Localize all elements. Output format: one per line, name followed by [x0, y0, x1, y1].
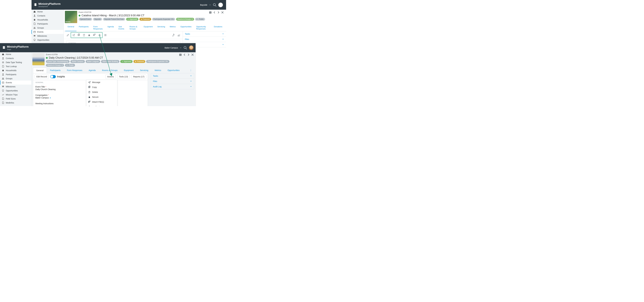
tab-agenda[interactable]: Agenda: [105, 24, 116, 31]
tab-metrics[interactable]: Metrics: [168, 24, 178, 31]
secure-icon[interactable]: [86, 32, 92, 38]
message-icon[interactable]: [71, 32, 76, 38]
gear-icon: [2, 61, 4, 64]
action-attach-file-s-[interactable]: Attach File(s): [86, 100, 117, 104]
tab-servicing[interactable]: Servicing: [137, 68, 152, 73]
sidebar-item-milestones[interactable]: Milestones: [0, 85, 31, 89]
action-notification[interactable]: Notification: [86, 104, 117, 106]
sidebar-item-participants[interactable]: Participants: [0, 72, 31, 77]
sidebar-item-groups[interactable]: Groups: [0, 77, 31, 81]
actions-button[interactable]: Actions: [106, 74, 116, 79]
panel-label: Audit Log: [153, 85, 162, 88]
avatar[interactable]: [189, 45, 194, 50]
prev-record-icon[interactable]: [183, 53, 186, 56]
sidebar-item-contacts[interactable]: Contacts: [0, 56, 31, 60]
calendar-icon[interactable]: [179, 53, 182, 56]
tab-opportunities[interactable]: Opportunities: [178, 24, 194, 31]
tab-agenda[interactable]: Agenda: [86, 68, 99, 73]
tab-equipment[interactable]: Equipment: [121, 68, 137, 73]
chevron-down-icon[interactable]: [180, 47, 182, 49]
tab-general[interactable]: General: [33, 68, 47, 73]
close-icon[interactable]: [191, 53, 194, 56]
tools-button[interactable]: Tools (13): [117, 74, 130, 79]
action-label: Message: [92, 81, 100, 83]
chevron-down-icon[interactable]: [209, 4, 211, 6]
sidebar-item-events[interactable]: Events: [32, 30, 64, 34]
tab-rooms-&-groups[interactable]: Rooms & Groups: [127, 24, 142, 31]
sidebar-item-label: MedInfos: [6, 102, 14, 104]
action-secure[interactable]: Secure: [86, 95, 117, 100]
sidebar-item-groups[interactable]: Groups: [32, 26, 64, 30]
close-icon[interactable]: [221, 11, 224, 14]
reports-button[interactable]: Reports (17): [131, 74, 146, 79]
tab-form-responses[interactable]: Form Responses: [91, 24, 105, 31]
sidebar-item-milestones[interactable]: Milestones: [32, 34, 64, 38]
chevron-down-icon: [190, 80, 192, 82]
tab-sub-events[interactable]: Sub Events: [116, 24, 127, 31]
campus-selector[interactable]: Baker Campus: [164, 47, 178, 49]
sidebar-item-field-sizes[interactable]: Field Sizes: [0, 97, 31, 101]
tab-equipment[interactable]: Equipment: [142, 24, 155, 31]
avatar[interactable]: [218, 2, 223, 7]
sidebar-item-events[interactable]: Events: [0, 81, 31, 85]
reports-icon[interactable]: [176, 32, 181, 38]
next-record-icon[interactable]: [187, 53, 190, 56]
next-record-icon[interactable]: [217, 11, 220, 14]
prev-record-icon[interactable]: [213, 11, 216, 14]
sidebar-item-medinfos[interactable]: MedInfos: [0, 101, 31, 105]
link-icon[interactable]: [50, 97, 51, 98]
tools-icon[interactable]: [171, 32, 176, 38]
action-message[interactable]: Message: [86, 80, 117, 85]
tab-opportunities[interactable]: Opportunities: [164, 68, 183, 73]
panel-audit-log[interactable]: Audit Log: [151, 84, 194, 89]
attach-icon[interactable]: [92, 32, 97, 38]
menu-icon[interactable]: [103, 32, 108, 38]
tab-general[interactable]: General: [65, 24, 76, 31]
tab-participants[interactable]: Participants: [47, 68, 64, 73]
search-icon[interactable]: [184, 46, 187, 50]
insights-toggle[interactable]: Insights: [50, 75, 65, 78]
action-label: Attach File(s): [92, 101, 104, 103]
edit-record-button[interactable]: Edit Record: [34, 74, 49, 79]
notification-icon[interactable]: [97, 32, 102, 38]
tab-participants[interactable]: Participants: [76, 24, 91, 31]
sidebar-item-mission-trips[interactable]: Mission Trips: [0, 93, 31, 97]
sidebar-item-participants[interactable]: Participants: [32, 22, 64, 26]
action-copy[interactable]: Copy: [86, 85, 117, 90]
sidebar-item-contacts[interactable]: Contacts: [32, 14, 64, 18]
grad-icon: [2, 85, 4, 88]
panel-files[interactable]: Files: [151, 79, 194, 84]
tab-form-responses[interactable]: Form Responses: [64, 68, 86, 73]
status-dot: [79, 15, 80, 16]
sidebar-item-opportunities[interactable]: Opportunities: [0, 89, 31, 93]
sidebar-item-households[interactable]: Households: [0, 68, 31, 72]
sidebar-item-opportunities[interactable]: Opportunities: [32, 38, 64, 42]
edit-icon[interactable]: [65, 32, 70, 38]
sidebar-item-label: Contacts: [37, 14, 45, 17]
more-tabs-icon[interactable]: ⋮: [188, 68, 194, 73]
panel-tasks[interactable]: Tasks: [183, 31, 226, 37]
panel-tasks[interactable]: Tasks: [151, 73, 194, 79]
action-delete[interactable]: Delete: [86, 90, 117, 95]
tab-opportunity-responses[interactable]: Opportunity Responses: [194, 24, 212, 31]
sidebar-item-households[interactable]: Households: [32, 18, 64, 22]
logo[interactable]: MinistryPlatform Development: [34, 2, 60, 7]
logo[interactable]: MinistryPlatform Stage: [2, 45, 28, 50]
sidebar-item-home[interactable]: Home: [0, 52, 31, 56]
sidebar-item-data-type-testing[interactable]: Data Type Testing: [0, 60, 31, 64]
panel-label: Tasks: [185, 33, 190, 35]
tab-servicing[interactable]: Servicing: [155, 24, 167, 31]
sidebar-item-test-lookup[interactable]: Test Lookup: [0, 64, 31, 68]
calendar-icon[interactable]: [209, 11, 212, 14]
copy-icon[interactable]: [76, 32, 82, 38]
campus-selector[interactable]: Bayside: [200, 4, 207, 6]
search-icon[interactable]: [213, 3, 216, 7]
tab-metrics[interactable]: Metrics: [152, 68, 164, 73]
tab-donations[interactable]: Donations: [212, 24, 225, 31]
sidebar-item-group-files[interactable]: Group Files: [0, 105, 31, 106]
panel-files[interactable]: Files: [183, 37, 226, 42]
sidebar-item-home[interactable]: Home: [32, 10, 64, 14]
delete-icon[interactable]: [82, 32, 86, 38]
tab-rooms-&-groups[interactable]: Rooms & Groups: [99, 68, 121, 73]
toggle-switch[interactable]: [50, 75, 56, 78]
